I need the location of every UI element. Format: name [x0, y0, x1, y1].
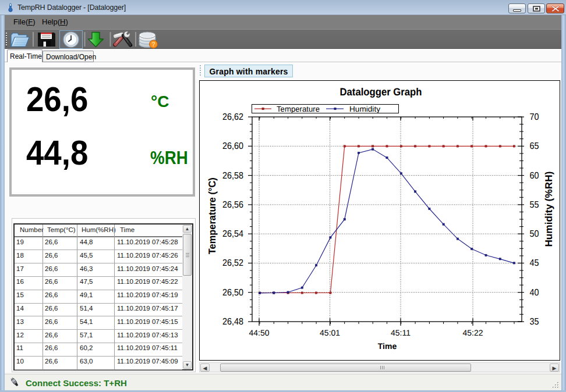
svg-text:26,58: 26,58: [222, 171, 243, 181]
svg-text:60: 60: [530, 171, 539, 181]
svg-text:Temperature (°C): Temperature (°C): [207, 177, 218, 254]
svg-text:40: 40: [530, 288, 539, 298]
svg-text:26,50: 26,50: [222, 288, 243, 298]
svg-text:Datalogger Graph: Datalogger Graph: [340, 86, 422, 98]
svg-text:Humidity (%RH): Humidity (%RH): [543, 172, 554, 247]
svg-text:45: 45: [530, 258, 539, 268]
svg-text:Time: Time: [378, 341, 397, 351]
svg-text:44:50: 44:50: [249, 328, 269, 337]
svg-text:55: 55: [530, 200, 539, 210]
svg-text:?: ?: [151, 41, 155, 48]
svg-text:26,54: 26,54: [222, 229, 243, 239]
svg-text:26,52: 26,52: [222, 258, 243, 268]
svg-text:45:11: 45:11: [391, 328, 411, 337]
svg-text:26,48: 26,48: [222, 317, 243, 327]
svg-text:45:01: 45:01: [320, 328, 340, 337]
svg-text:65: 65: [530, 141, 539, 151]
svg-text:26,62: 26,62: [222, 112, 243, 122]
svg-text:45:22: 45:22: [462, 328, 483, 337]
svg-text:26,60: 26,60: [222, 141, 243, 151]
svg-text:Humidity: Humidity: [349, 105, 380, 113]
svg-text:70: 70: [530, 112, 539, 122]
svg-text:26,56: 26,56: [222, 200, 243, 210]
svg-text:35: 35: [530, 317, 539, 327]
svg-text:50: 50: [530, 229, 539, 239]
svg-text:Temperature: Temperature: [277, 105, 320, 113]
